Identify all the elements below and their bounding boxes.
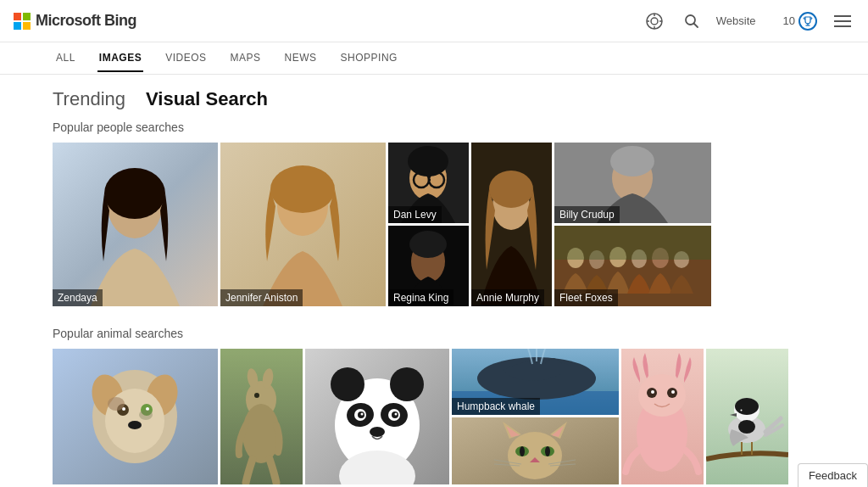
visual-search-icon — [645, 12, 664, 31]
animals-grid: Humpback whale — [53, 349, 815, 484]
jennifer-img — [220, 143, 386, 306]
svg-line-7 — [693, 23, 698, 27]
microsoft-logo — [14, 13, 31, 30]
svg-point-58 — [242, 404, 280, 463]
panda-img — [305, 349, 449, 484]
zendaya-img — [53, 143, 218, 306]
kangaroo-img — [220, 349, 303, 484]
animal-card-bird[interactable] — [706, 349, 788, 484]
animals-section: Popular animal searches — [53, 327, 815, 484]
nav-shopping[interactable]: SHOPPING — [339, 45, 399, 72]
logo-area: Microsoft Bing — [14, 12, 136, 30]
person-card-annie[interactable]: Annie Murphy — [471, 143, 552, 306]
animal-card-kangaroo[interactable] — [220, 349, 303, 484]
feedback-button[interactable]: Feedback — [798, 463, 868, 487]
svg-point-89 — [638, 374, 686, 417]
points-value: 10 — [783, 14, 795, 27]
main-content: Trending Visual Search Popular people se… — [53, 75, 815, 487]
svg-point-81 — [520, 446, 525, 456]
nav-all[interactable]: ALL — [54, 45, 77, 72]
animals-section-title: Popular animal searches — [53, 327, 815, 340]
col-billy-fleet: Billy Crudup — [554, 143, 711, 306]
menu-button[interactable] — [831, 11, 854, 31]
person-card-billy[interactable]: Billy Crudup — [554, 143, 711, 223]
svg-rect-41 — [554, 226, 711, 260]
people-grid: Zendaya — [53, 143, 815, 306]
person-card-dan[interactable]: Dan Levy — [388, 143, 469, 223]
svg-point-97 — [735, 398, 759, 415]
people-section: Popular people searches — [53, 120, 815, 306]
svg-point-78 — [508, 432, 562, 479]
billy-label: Billy Crudup — [554, 206, 620, 223]
person-card-fleet[interactable]: Fleet Foxes — [554, 226, 711, 306]
trophy-icon — [802, 15, 814, 27]
animal-card-axolotl[interactable] — [621, 349, 704, 484]
dog-img — [53, 349, 218, 484]
nav-images[interactable]: IMAGES — [97, 45, 143, 72]
svg-point-30 — [489, 171, 533, 208]
search-button[interactable] — [681, 10, 703, 32]
person-card-regina[interactable]: Regina King — [388, 226, 469, 306]
zendaya-label: Zendaya — [53, 289, 103, 306]
people-section-title: Popular people searches — [53, 120, 815, 134]
header-icons: Website 10 — [642, 8, 854, 34]
svg-point-53 — [139, 410, 153, 420]
logo-sq-yellow — [23, 22, 31, 30]
svg-point-82 — [545, 446, 550, 456]
nav-videos[interactable]: VIDEOS — [164, 45, 208, 72]
logo-sq-blue — [14, 22, 21, 30]
person-card-zendaya[interactable]: Zendaya — [53, 143, 218, 306]
svg-point-15 — [104, 168, 165, 219]
animal-card-dog[interactable] — [53, 349, 218, 484]
header: Microsoft Bing Website 10 — [0, 0, 868, 42]
svg-point-63 — [390, 367, 424, 401]
svg-point-100 — [741, 410, 743, 411]
points-area: 10 — [783, 12, 817, 31]
dan-label: Dan Levy — [388, 206, 442, 223]
reward-icon[interactable] — [798, 12, 817, 31]
nav-bar: ALL IMAGES VIDEOS MAPS NEWS SHOPPING — [0, 42, 868, 75]
col-annie: Annie Murphy — [471, 143, 552, 306]
regina-label: Regina King — [388, 289, 453, 306]
col-dan-regina: Dan Levy Regina King — [388, 143, 469, 306]
svg-point-52 — [108, 397, 125, 411]
animal-card-panda[interactable] — [305, 349, 449, 484]
svg-point-33 — [610, 146, 654, 176]
trending-tabs: Trending Visual Search — [53, 88, 815, 120]
search-icon — [684, 14, 699, 29]
nav-maps[interactable]: MAPS — [229, 45, 263, 72]
svg-point-98 — [738, 420, 755, 434]
bird-img — [706, 349, 788, 484]
svg-point-93 — [671, 390, 675, 394]
svg-point-51 — [128, 421, 142, 429]
svg-point-24 — [408, 146, 448, 176]
visual-search-button[interactable] — [642, 8, 667, 34]
tab-trending[interactable]: Trending — [53, 88, 125, 110]
animal-card-whale[interactable]: Humpback whale — [452, 349, 619, 415]
svg-point-72 — [370, 427, 385, 437]
annie-img — [471, 143, 552, 306]
nav-news[interactable]: NEWS — [283, 45, 319, 72]
svg-point-59 — [254, 393, 259, 398]
axolotl-img — [621, 349, 704, 484]
fleet-label: Fleet Foxes — [554, 289, 618, 306]
svg-point-70 — [361, 413, 364, 416]
logo-text: Microsoft Bing — [36, 12, 136, 30]
whale-label: Humpback whale — [452, 398, 540, 415]
logo-sq-red — [14, 13, 21, 20]
hamburger-icon — [834, 14, 851, 28]
svg-point-71 — [395, 413, 398, 416]
svg-point-1 — [651, 18, 658, 25]
cat-img — [452, 417, 619, 484]
jennifer-label: Jennifer Aniston — [220, 289, 303, 306]
svg-point-92 — [651, 390, 654, 394]
svg-point-62 — [331, 367, 364, 401]
website-label[interactable]: Website — [716, 14, 756, 27]
col-whale-cat: Humpback whale — [452, 349, 619, 484]
logo-sq-green — [23, 13, 31, 20]
person-card-jennifer[interactable]: Jennifer Aniston — [220, 143, 386, 306]
animal-card-cat[interactable] — [452, 417, 619, 484]
svg-point-18 — [270, 165, 335, 213]
tab-visual-search[interactable]: Visual Search — [146, 88, 268, 110]
svg-point-27 — [409, 231, 447, 258]
